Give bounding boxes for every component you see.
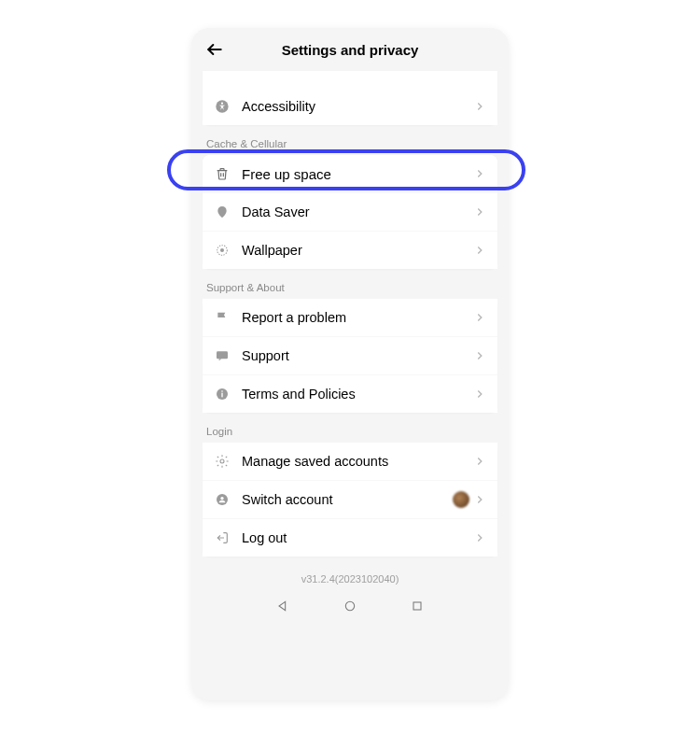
settings-card-cache: Free up space Data Saver Wallpaper xyxy=(203,155,497,269)
nav-back-button[interactable] xyxy=(274,598,291,614)
row-label: Manage saved accounts xyxy=(242,454,473,469)
flag-icon xyxy=(214,309,231,326)
chat-icon xyxy=(214,347,231,364)
svg-point-13 xyxy=(220,497,223,500)
row-label: Report a problem xyxy=(242,310,473,325)
data-saver-icon xyxy=(214,204,231,220)
row-label: Terms and Policies xyxy=(242,387,473,402)
svg-marker-15 xyxy=(279,601,286,610)
chevron-right-icon xyxy=(473,349,486,362)
row-label: Data Saver xyxy=(242,204,473,219)
logout-icon xyxy=(214,529,231,546)
page-title: Settings and privacy xyxy=(282,42,419,58)
settings-scroll: Accessibility Cache & Cellular Free up s… xyxy=(191,71,509,635)
svg-point-11 xyxy=(220,459,224,463)
info-icon xyxy=(214,386,231,402)
section-label-cache: Cache & Cellular xyxy=(203,125,497,155)
app-version: v31.2.4(2023102040) xyxy=(203,557,497,592)
switch-account-icon xyxy=(214,491,231,508)
account-avatar xyxy=(453,491,469,508)
svg-point-16 xyxy=(345,601,354,610)
settings-row-free-up-space[interactable]: Free up space xyxy=(203,155,497,192)
trash-icon xyxy=(214,165,231,182)
chevron-right-icon xyxy=(473,531,486,544)
settings-row-data-saver[interactable]: Data Saver xyxy=(203,192,497,231)
row-label: Support xyxy=(242,348,473,363)
wallpaper-icon xyxy=(214,242,231,259)
chevron-right-icon xyxy=(473,493,486,506)
page-header: Settings and privacy xyxy=(191,28,509,71)
svg-point-6 xyxy=(220,248,224,252)
row-label: Wallpaper xyxy=(242,243,473,258)
section-label-support: Support & About xyxy=(203,269,497,299)
chevron-right-icon xyxy=(473,388,486,401)
settings-row-wallpaper[interactable]: Wallpaper xyxy=(203,231,497,269)
settings-card-support: Report a problem Support Terms and Polic xyxy=(203,299,497,413)
row-label: Log out xyxy=(242,530,473,545)
svg-rect-9 xyxy=(221,393,222,398)
svg-point-10 xyxy=(221,390,223,392)
accessibility-icon xyxy=(214,98,231,115)
settings-row-support[interactable]: Support xyxy=(203,336,497,374)
settings-row-truncated[interactable] xyxy=(203,71,497,88)
chevron-right-icon xyxy=(473,311,486,324)
settings-row-logout[interactable]: Log out xyxy=(203,518,497,557)
svg-rect-7 xyxy=(217,351,228,359)
chevron-right-icon xyxy=(473,167,486,180)
chevron-right-icon xyxy=(473,100,486,113)
svg-point-2 xyxy=(221,103,223,105)
chevron-right-icon xyxy=(473,244,486,257)
svg-rect-17 xyxy=(413,602,421,610)
android-navbar xyxy=(203,592,497,627)
settings-card-content: Accessibility xyxy=(203,71,497,125)
row-label: Switch account xyxy=(242,492,453,507)
back-button[interactable] xyxy=(204,39,225,60)
row-label: Accessibility xyxy=(242,99,473,114)
settings-row-manage-accounts[interactable]: Manage saved accounts xyxy=(203,443,497,480)
settings-row-accessibility[interactable]: Accessibility xyxy=(203,88,497,125)
back-arrow-icon xyxy=(205,40,224,59)
nav-home-button[interactable] xyxy=(342,598,358,614)
settings-row-report[interactable]: Report a problem xyxy=(203,299,497,336)
generic-icon xyxy=(214,61,231,78)
phone-frame: Settings and privacy Accessibility Cache… xyxy=(191,28,509,700)
settings-card-login: Manage saved accounts Switch account xyxy=(203,443,497,557)
chevron-right-icon xyxy=(473,205,486,218)
section-label-login: Login xyxy=(203,413,497,443)
settings-row-terms[interactable]: Terms and Policies xyxy=(203,374,497,413)
nav-recent-button[interactable] xyxy=(409,598,426,614)
gear-icon xyxy=(214,453,231,470)
chevron-right-icon xyxy=(473,455,486,468)
row-label: Free up space xyxy=(242,166,473,182)
settings-row-switch-account[interactable]: Switch account xyxy=(203,480,497,518)
